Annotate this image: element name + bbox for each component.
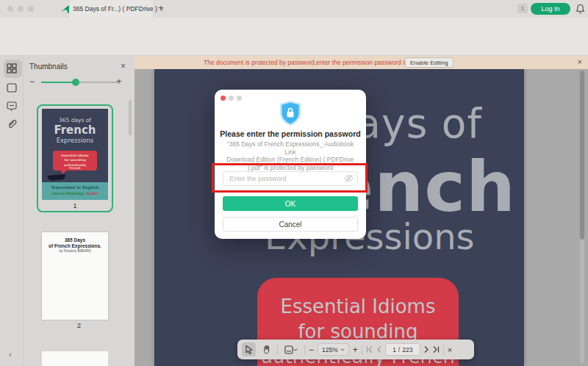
hand-icon	[262, 345, 271, 354]
next-page-button[interactable]	[424, 346, 429, 353]
thumbnail-zoom-in[interactable]: +	[116, 76, 122, 87]
first-page-button[interactable]	[366, 346, 373, 353]
cover-line-2: French	[42, 123, 108, 137]
notification-badge: 1	[517, 4, 528, 13]
password-protected-banner: The document is protected by password,en…	[135, 56, 588, 69]
slider-fill	[41, 82, 76, 83]
window-close-dot[interactable]	[7, 6, 13, 12]
bookmark-panel-icon[interactable]	[7, 83, 17, 93]
comment-panel-icon[interactable]	[7, 101, 17, 111]
panel-rail: ‹	[0, 56, 24, 366]
thumbnails-panel: Thumbnails × − + 365 days of French Expr…	[24, 56, 135, 366]
zoom-level-dropdown[interactable]: 125%	[318, 343, 349, 356]
sidebar-scrollbar[interactable]	[129, 100, 132, 135]
thumbnail-page-3[interactable]	[42, 351, 108, 366]
document-tab[interactable]: 365 Days of Fr...) ( PDFDrive ) ×	[69, 0, 153, 18]
page-number-box[interactable]: 1 / 223	[385, 343, 420, 356]
document-scrollbar[interactable]	[580, 71, 584, 363]
thumbnail-page-2[interactable]: 365 Days of French Expressions. by Frede…	[42, 232, 108, 320]
shield-lock-icon	[276, 99, 305, 129]
mustache-graphic	[48, 174, 66, 181]
cover-badge: Essential idioms for sounding authentica…	[53, 151, 97, 171]
thumbnail-1-cover: 365 days of French Expressions Essential…	[42, 109, 108, 200]
window-zoom-dot[interactable]	[28, 6, 34, 12]
zoom-in-button[interactable]: +	[353, 345, 358, 355]
quick-toolbar: ↶ ↷ View Annotate Page Protect	[0, 18, 588, 35]
view-toolbar: − 125% + 1 / 223 ×	[237, 340, 474, 359]
banner-close-icon[interactable]: ×	[578, 57, 582, 66]
cancel-button[interactable]: Cancel	[223, 217, 358, 232]
thumbnail-size-slider[interactable]	[41, 82, 118, 83]
panel-close-icon[interactable]: ×	[121, 61, 126, 71]
tab-title: 365 Days of Fr...) ( PDFDrive )	[73, 5, 157, 12]
annotation-highlight-box	[212, 163, 368, 193]
cover-line-1: 365 days of	[42, 117, 108, 123]
total-pages-value: 223	[402, 346, 412, 354]
thumbnails-panel-icon[interactable]	[7, 63, 17, 73]
page-number-label: 1	[38, 202, 112, 209]
cover-footer: Translated in English Literal Meaning / …	[42, 182, 108, 200]
collapse-sidebar-icon[interactable]: ‹	[9, 350, 12, 359]
panel-title: Thumbnails	[29, 62, 68, 71]
slider-knob[interactable]	[72, 79, 79, 86]
cover-line-3: Expressions	[42, 137, 108, 144]
enable-editing-button[interactable]: Enable Editing	[405, 57, 453, 68]
previous-page-button[interactable]	[377, 346, 381, 353]
dialog-title: Please enter the permission password	[215, 129, 366, 138]
protect-ribbon: Encrypt Decrypt	[0, 35, 588, 56]
dialog-minimize-dot	[229, 96, 234, 101]
bell-icon[interactable]	[576, 4, 585, 14]
new-tab-button[interactable]: +	[158, 2, 164, 13]
divider	[304, 345, 305, 355]
chevron-down-icon	[340, 348, 345, 351]
attachment-panel-icon[interactable]	[7, 118, 18, 129]
dialog-close-dot[interactable]	[220, 96, 226, 101]
last-page-button[interactable]	[432, 346, 440, 353]
thumbnail-zoom-out[interactable]: −	[29, 76, 35, 87]
page-layout-icon	[284, 345, 293, 354]
thumbnail-page-1[interactable]: 365 days of French Expressions Essential…	[37, 104, 113, 212]
chevron-down-icon	[293, 348, 298, 351]
zoom-level-value: 125%	[322, 346, 338, 354]
ok-button[interactable]: OK	[223, 196, 358, 211]
page-separator: /	[398, 346, 400, 354]
select-tool-button[interactable]	[242, 342, 256, 356]
window-minimize-dot[interactable]	[18, 6, 24, 12]
dialog-zoom-dot	[237, 96, 242, 101]
badge-tail	[60, 170, 67, 174]
divider	[362, 345, 362, 355]
page-number-label: 2	[24, 322, 135, 329]
hand-tool-button[interactable]	[259, 342, 273, 356]
zoom-out-button[interactable]: −	[309, 345, 314, 355]
divider	[277, 345, 278, 355]
toolbar-close-icon[interactable]: ×	[448, 345, 452, 354]
current-page-value[interactable]: 1	[392, 346, 396, 354]
cursor-icon	[245, 345, 254, 354]
pdf-editor-window: 365 Days of Fr...) ( PDFDrive ) × + 1 Lo…	[0, 0, 588, 366]
divider	[443, 345, 444, 355]
login-button[interactable]: Log In	[531, 3, 570, 15]
page-layout-button[interactable]	[282, 342, 301, 356]
scrollbar-thumb[interactable]	[580, 71, 584, 240]
titlebar: 365 Days of Fr...) ( PDFDrive ) × + 1 Lo…	[0, 0, 588, 18]
